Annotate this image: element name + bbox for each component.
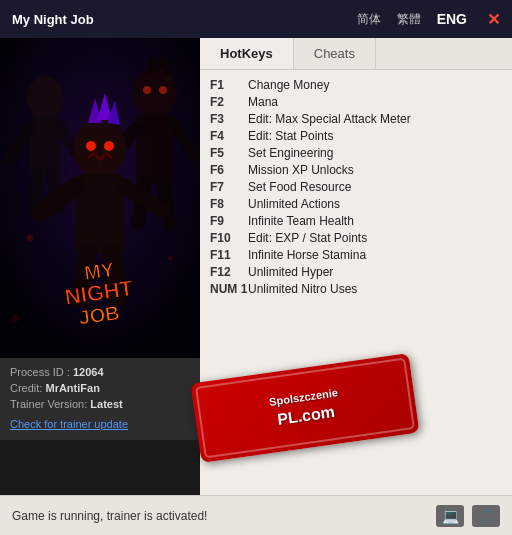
credit-row: Credit: MrAntiFan bbox=[10, 382, 190, 394]
right-panel: HotKeys Cheats F1Change MoneyF2ManaF3Edi… bbox=[200, 38, 512, 535]
cheat-row: F9Infinite Team Health bbox=[210, 214, 502, 228]
game-art-svg: MY NIGHT JOB bbox=[0, 38, 200, 358]
cheat-description: Set Engineering bbox=[248, 146, 333, 160]
main-content: MY NIGHT JOB Process ID : 12064 Credit: … bbox=[0, 38, 512, 535]
status-message: Game is running, trainer is activated! bbox=[12, 509, 207, 523]
cheat-key: F5 bbox=[210, 146, 248, 160]
cheat-key: F10 bbox=[210, 231, 248, 245]
cheat-row: F12Unlimited Hyper bbox=[210, 265, 502, 279]
cheat-row: F3Edit: Max Special Attack Meter bbox=[210, 112, 502, 126]
cheat-key: F3 bbox=[210, 112, 248, 126]
cheat-key: NUM 1 bbox=[210, 282, 248, 296]
left-panel: MY NIGHT JOB Process ID : 12064 Credit: … bbox=[0, 38, 200, 535]
game-art: MY NIGHT JOB bbox=[0, 38, 200, 358]
cheat-description: Mission XP Unlocks bbox=[248, 163, 354, 177]
cheat-description: Edit: Max Special Attack Meter bbox=[248, 112, 411, 126]
cheat-key: F7 bbox=[210, 180, 248, 194]
status-bar: Game is running, trainer is activated! 💻… bbox=[0, 495, 512, 535]
lang-simplified[interactable]: 简体 bbox=[353, 9, 385, 30]
title-bar: My Night Job 简体 繁體 ENG ✕ bbox=[0, 0, 512, 38]
cheat-description: Edit: Stat Points bbox=[248, 129, 333, 143]
cheat-key: F11 bbox=[210, 248, 248, 262]
trainer-version-value: Latest bbox=[90, 398, 122, 410]
cheat-description: Unlimited Nitro Uses bbox=[248, 282, 357, 296]
update-link-row[interactable]: Check for trainer update bbox=[10, 414, 190, 432]
cheat-description: Unlimited Hyper bbox=[248, 265, 333, 279]
cheat-row: F6Mission XP Unlocks bbox=[210, 163, 502, 177]
cheat-row: F10Edit: EXP / Stat Points bbox=[210, 231, 502, 245]
language-switcher: 简体 繁體 ENG ✕ bbox=[353, 9, 500, 30]
cheat-row: F2Mana bbox=[210, 95, 502, 109]
cheat-key: F2 bbox=[210, 95, 248, 109]
svg-point-33 bbox=[168, 256, 172, 260]
tab-hotkeys[interactable]: HotKeys bbox=[200, 38, 294, 69]
watermark-text: Spolszczenie PL.com bbox=[268, 386, 341, 430]
tab-bar: HotKeys Cheats bbox=[200, 38, 512, 70]
check-update-link[interactable]: Check for trainer update bbox=[10, 418, 128, 430]
monitor-icon[interactable]: 💻 bbox=[436, 505, 464, 527]
music-icon[interactable]: 🎵 bbox=[472, 505, 500, 527]
credit-label: Credit: bbox=[10, 382, 42, 394]
cheat-description: Unlimited Actions bbox=[248, 197, 340, 211]
lang-traditional[interactable]: 繁體 bbox=[393, 9, 425, 30]
cheat-row: F7Set Food Resource bbox=[210, 180, 502, 194]
svg-point-1 bbox=[27, 76, 63, 120]
cheat-row: F4Edit: Stat Points bbox=[210, 129, 502, 143]
cheat-key: F9 bbox=[210, 214, 248, 228]
close-button[interactable]: ✕ bbox=[487, 10, 500, 29]
cheat-key: F4 bbox=[210, 129, 248, 143]
cheat-key: F12 bbox=[210, 265, 248, 279]
cheat-key: F1 bbox=[210, 78, 248, 92]
svg-point-17 bbox=[159, 86, 167, 94]
cheat-row: F8Unlimited Actions bbox=[210, 197, 502, 211]
cheat-description: Change Money bbox=[248, 78, 329, 92]
svg-point-16 bbox=[143, 86, 151, 94]
svg-point-27 bbox=[86, 141, 96, 151]
svg-point-28 bbox=[104, 141, 114, 151]
cheat-description: Edit: EXP / Stat Points bbox=[248, 231, 367, 245]
status-icons: 💻 🎵 bbox=[436, 505, 500, 527]
process-id-value: 12064 bbox=[73, 366, 104, 378]
cheat-row: NUM 1Unlimited Nitro Uses bbox=[210, 282, 502, 296]
trainer-version-row: Trainer Version: Latest bbox=[10, 398, 190, 410]
cheat-row: F5Set Engineering bbox=[210, 146, 502, 160]
cheat-key: F8 bbox=[210, 197, 248, 211]
cheat-description: Mana bbox=[248, 95, 278, 109]
svg-line-5 bbox=[32, 173, 38, 208]
svg-point-18 bbox=[74, 118, 126, 178]
trainer-version-label: Trainer Version: bbox=[10, 398, 87, 410]
cheat-description: Set Food Resource bbox=[248, 180, 351, 194]
process-id-row: Process ID : 12064 bbox=[10, 366, 190, 378]
cheat-description: Infinite Horse Stamina bbox=[248, 248, 366, 262]
credit-value: MrAntiFan bbox=[45, 382, 99, 394]
info-panel: Process ID : 12064 Credit: MrAntiFan Tra… bbox=[0, 358, 200, 440]
cheat-row: F11Infinite Horse Stamina bbox=[210, 248, 502, 262]
process-id-label: Process ID : bbox=[10, 366, 70, 378]
tab-cheats[interactable]: Cheats bbox=[294, 38, 376, 69]
app-title: My Night Job bbox=[12, 12, 353, 27]
lang-english[interactable]: ENG bbox=[433, 9, 471, 29]
cheat-key: F6 bbox=[210, 163, 248, 177]
cheat-description: Infinite Team Health bbox=[248, 214, 354, 228]
svg-point-34 bbox=[11, 314, 19, 322]
svg-point-32 bbox=[27, 235, 33, 241]
cheat-row: F1Change Money bbox=[210, 78, 502, 92]
